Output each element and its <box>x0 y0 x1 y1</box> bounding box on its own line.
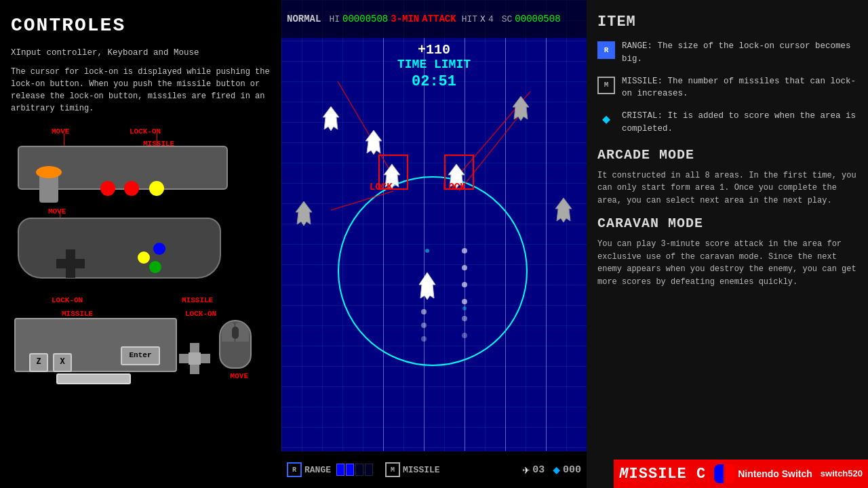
range-bars <box>336 464 373 476</box>
range-bar-1 <box>336 464 344 476</box>
enemy-aircraft-1 <box>319 105 343 135</box>
gamepad-btn-yellow <box>138 251 150 264</box>
controls-description: The cursor for lock-on is displayed whil… <box>11 66 271 115</box>
missile-indicator: M MISSILE <box>385 462 440 477</box>
keyboard-diagram: LOCK-ON MISSILE MISSILE LOCK-ON MOVE MOV… <box>11 294 255 382</box>
switch-left-joycon <box>714 464 724 483</box>
branding-bar: MISSILE C Nintendo Switch switch520 <box>614 460 868 488</box>
plane-count: 03 <box>532 464 545 476</box>
item-missile: M MISSILE: The number of missiles that c… <box>597 75 857 101</box>
right-panel: ITEM R RANGE: The size of the lock-on cu… <box>587 0 868 488</box>
enemy-aircraft-7 <box>292 200 316 230</box>
gamepad-diagram: MOVE LOCK-ON MISSILE <box>11 205 241 283</box>
caravan-mode-text: You can play 3-minute score attack in th… <box>597 238 857 288</box>
gamepad-body <box>18 218 221 279</box>
joystick-btn-red1 <box>100 181 115 196</box>
game-panel: NORMAL HI 00000508 3-MIN ATTACK HIT X 4 … <box>281 0 587 488</box>
range-indicator: R RANGE <box>287 462 331 477</box>
kb-missile-r-label: MISSILE <box>182 296 213 306</box>
hit-x: X <box>480 14 486 24</box>
player-aircraft <box>414 271 441 305</box>
score-popup: +110 <box>418 42 450 58</box>
crystal-count: 000 <box>563 464 581 476</box>
controls-title: CONTROLES <box>11 12 271 40</box>
kb-dpad <box>179 343 210 374</box>
crystal-item-text: CRISTAL: It is added to score when the a… <box>622 110 857 136</box>
missile-icon: M <box>385 462 400 477</box>
svg-marker-0 <box>419 272 435 300</box>
channel-name: switch520 <box>821 467 863 481</box>
joystick-diagram: MOVE LOCK-ON MISSILE <box>11 127 241 195</box>
time-limit-label: TIME LIMIT <box>397 58 471 71</box>
left-panel: CONTROLES XInput controller, Keyboard an… <box>0 0 281 488</box>
score: 00000508 <box>515 14 560 24</box>
mouse-scroll-wheel <box>232 327 239 339</box>
enemy-aircraft-5 <box>509 95 533 125</box>
gamepad-btn-green <box>149 261 161 273</box>
missile-item-icon: M <box>597 77 615 94</box>
svg-marker-7 <box>296 201 312 226</box>
hi-score: 00000508 <box>342 14 388 24</box>
range-item-icon: R <box>597 41 615 59</box>
missile-label: MISSILE <box>403 465 440 475</box>
missile-item-text: MISSILE: The number of missiles that can… <box>622 75 857 101</box>
joystick-move-label: MOVE <box>52 127 69 138</box>
caravan-mode-title: CARAVAN MODE <box>597 214 857 234</box>
range-bar-2 <box>346 464 354 476</box>
svg-marker-5 <box>513 96 529 121</box>
switch-logo: Nintendo Switch <box>710 463 816 485</box>
item-title: ITEM <box>597 11 857 33</box>
svg-marker-2 <box>366 130 382 155</box>
key-z: Z <box>29 353 48 372</box>
enemy-aircraft-6 <box>551 197 576 226</box>
controls-subtitle: XInput controller, Keyboard and Mouse <box>11 47 271 59</box>
arcade-mode-text: It constructed in all 8 areas. In the fi… <box>597 169 857 207</box>
controller-diagrams: MOVE LOCK-ON MISSILE MOVE LOCK-ON MISSIL… <box>11 127 271 382</box>
hud-bottom: R RANGE M MISSILE ✈ 03 ◆ 000 <box>281 451 587 488</box>
hud-top: NORMAL HI 00000508 3-MIN ATTACK HIT X 4 … <box>281 0 587 38</box>
lock-label-right: LOCK <box>443 182 466 192</box>
hi-label: HI <box>329 14 340 24</box>
hit-value: 4 <box>488 14 494 24</box>
hit-label: HIT <box>462 14 477 24</box>
item-crystal: ◆ CRISTAL: It is added to score when the… <box>597 110 857 136</box>
kb-lockon-r-label: LOCK-ON <box>185 309 216 320</box>
item-range: R RANGE: The size of the lock-on cursor … <box>597 40 857 66</box>
lock-label-left: LOCK <box>370 182 393 192</box>
kb-dpad-center <box>189 352 201 365</box>
arcade-mode-title: ARCADE MODE <box>597 145 857 165</box>
switch-logo-icon <box>714 464 735 483</box>
branding-title: MISSILE C <box>619 463 706 485</box>
switch-brand-text: Nintendo Switch <box>738 467 812 481</box>
key-space <box>56 373 131 384</box>
game-mode: NORMAL <box>287 14 321 24</box>
svg-marker-1 <box>323 106 339 131</box>
crystal-item-icon: ◆ <box>597 111 615 129</box>
kb-lockon-label: LOCK-ON <box>52 296 83 306</box>
gamepad-move-label: MOVE <box>48 207 66 218</box>
attack-label: ATTACK <box>422 14 456 24</box>
range-item-text: RANGE: The size of the lock-on cursor be… <box>622 40 857 66</box>
keyboard-board: Z X Enter <box>14 318 177 372</box>
joystick-btn-red2 <box>124 181 139 196</box>
key-enter: Enter <box>121 346 160 365</box>
joystick-stick-top <box>36 166 62 178</box>
mouse-icon <box>219 320 252 369</box>
key-x: X <box>53 353 72 372</box>
crystal-icon: ◆ <box>553 462 560 477</box>
joystick-board <box>18 146 228 190</box>
kb-move-r-label: MOVE <box>231 371 248 382</box>
time-limit-value: 02:51 <box>412 73 456 90</box>
range-icon: R <box>287 462 302 477</box>
joystick-btn-yellow <box>149 181 164 196</box>
sc-label: SC <box>502 14 513 24</box>
switch-right-joycon <box>726 464 735 483</box>
svg-marker-6 <box>555 198 572 222</box>
mode-3min: 3-MIN <box>391 14 419 24</box>
plane-icon: ✈ <box>522 462 530 477</box>
range-bar-3 <box>355 464 363 476</box>
range-label: RANGE <box>304 465 331 475</box>
range-bar-4 <box>365 464 373 476</box>
gamepad-btn-blue <box>153 243 165 255</box>
dpad-vertical <box>66 249 75 278</box>
